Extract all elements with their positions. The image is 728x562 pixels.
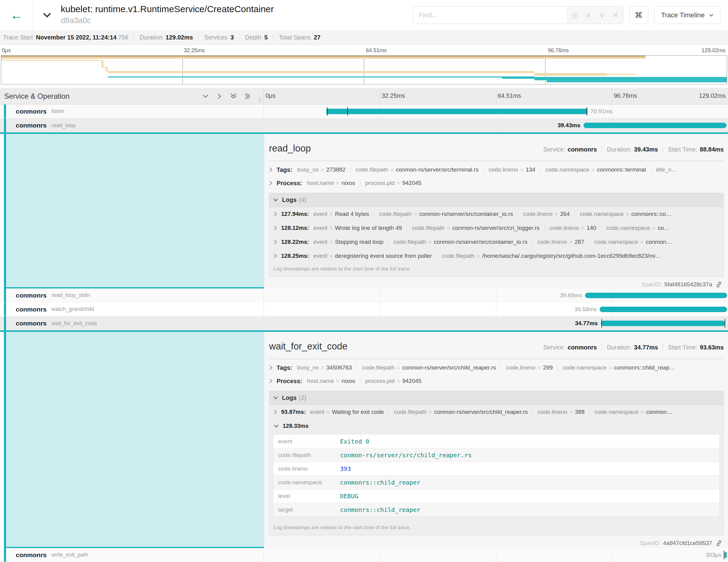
span-duration-bar[interactable] [600,307,727,312]
span-name-cell[interactable]: conmonrswatch_grandchild [0,302,264,316]
span-timeline-cell[interactable]: 70.91ms [264,104,728,118]
span-timeline-cell[interactable]: 34.77ms [264,316,728,330]
trace-start: Trace Start November 15 2022, 11:24:14 .… [3,34,128,41]
span-timeline-cell[interactable]: 303μs [264,548,728,562]
span-row-write_exit_path[interactable]: conmonrswrite_exit_path303μs [0,548,728,562]
log-entry[interactable]: 93.87ms:event=Waiting for exit codecode.… [269,405,723,419]
log-entry[interactable]: 128.12ms:event=Wrote log line of length … [269,221,723,235]
tags-row[interactable]: Tags:busy_ns=273882code.filepath=conmon-… [269,163,724,176]
process-row[interactable]: Process:host.name=nixosprocess.pid=94204… [269,176,724,190]
collapse-one-icon[interactable] [202,92,209,100]
field-value: Read 4 bytes [335,211,369,217]
prev-match-icon[interactable]: ∧ [586,11,591,19]
field-key: idle_n… [656,166,677,173]
span-row-watch_grandchild[interactable]: conmonrswatch_grandchild35.58ms [0,302,728,316]
kv-field: busy_ns=273882 [297,166,345,173]
field-value: deregistering event source from poller [335,253,432,259]
detail-divider [269,359,724,359]
span-duration-bar[interactable] [585,293,727,298]
expand-one-icon[interactable] [216,92,223,100]
log-field-value: conmon-rs/server/src/child_reaper.rs [340,451,471,459]
span-duration-bar[interactable] [601,321,725,326]
clear-find-icon[interactable]: ✕ [613,11,619,19]
detail-indent-fill [4,332,264,548]
kv-field: code.filepath=conmon-rs/server/src/cri_l… [407,225,539,231]
back-button[interactable]: ← [0,0,33,30]
log-entry[interactable]: 128.25ms:event=deregistering event sourc… [269,249,723,263]
find-input[interactable] [413,7,567,24]
process-row[interactable]: Process:host.name=nixosprocess.pid=94204… [269,374,724,388]
detail-meta-label: Duration: [607,344,631,351]
span-row-read_loop_stdin[interactable]: conmonrsread_loop_stdin39.69ms [0,288,728,302]
field-equals: = [329,239,333,245]
span-name-cell[interactable]: conmonrslisten [0,104,264,118]
collapse-trace-header-button[interactable] [33,0,61,30]
kv-field: code.namespace=conmon… [589,239,672,245]
next-match-icon[interactable]: ∨ [599,11,605,19]
span-name-cell[interactable]: conmonrswait_for_exit_code [0,316,264,330]
timeline-gridline [380,118,380,132]
log-entry[interactable]: 128.22ms:event=Stopping read loopcode.fi… [269,235,723,249]
log-field-row: targetconmonrs::child_reaper [273,503,719,516]
minimap-graph[interactable] [1,55,727,84]
span-duration-bar[interactable] [326,109,587,114]
field-key: event [313,239,327,245]
copy-link-icon[interactable] [715,540,723,547]
service-color-bar [4,134,6,287]
column-resizer-grip[interactable] [259,97,261,102]
kv-field: code.filepath=conmon-rs/server/src/child… [389,409,528,415]
field-key: code.namespace [595,409,639,415]
chevron-right-icon [269,378,273,384]
chevron-right-icon [269,167,273,172]
timeline-gridline [380,316,380,330]
logs-header[interactable]: Logs(2) [269,391,723,405]
collapse-all-icon[interactable] [230,92,237,100]
detail-indent-fill [4,134,264,288]
span-duration-bar[interactable] [725,552,727,558]
span-row-listen[interactable]: conmonrslisten70.91ms [0,104,728,118]
keyboard-shortcuts-button[interactable]: ⌘ [629,6,648,24]
service-color-bar [4,548,6,562]
trace-duration: Duration 129.02ms [134,34,193,41]
span-timeline-cell[interactable]: 39.43ms [264,118,728,132]
log-field-key: event [273,438,340,445]
minimap-span-segment [108,77,502,78]
kv-field: event=Read 4 bytes [313,211,369,217]
trace-view-selector[interactable]: Trace Timeline [654,6,721,24]
chevron-down-icon [43,12,52,18]
trace-services: Services 3 [199,34,234,41]
service-name: conmonrs [16,551,47,559]
field-key: code.lineno [549,225,579,231]
logs-header[interactable]: Logs(4) [269,193,723,207]
field-equals: = [640,239,644,245]
tags-row[interactable]: Tags:busy_ns=34506763code.filepath=conmo… [269,361,724,374]
service-name: conmonrs [16,122,47,129]
copy-link-icon[interactable] [715,281,723,288]
span-name-cell[interactable]: conmonrsread_loop_stdin [0,288,264,302]
match-target-icon[interactable]: ◎ [571,11,578,19]
span-duration-bar[interactable] [583,123,726,128]
detail-span-title: wait_for_exit_code [269,341,348,352]
operation-name: write_exit_path [52,552,88,558]
span-timeline-cell[interactable]: 35.58ms [264,302,728,316]
span-timeline-cell[interactable]: 39.69ms [264,288,728,302]
trace-titles: kubelet: runtime.v1.RuntimeService/Creat… [61,0,413,30]
logs-footnote: Log timestamps are relative to the start… [269,522,723,535]
expand-all-icon[interactable] [243,92,251,100]
span-name-cell[interactable]: conmonrsread_loop [0,118,264,132]
span-row-read_loop[interactable]: conmonrsread_loop39.43ms [0,118,728,134]
timeline-gridline [612,88,612,104]
kv-field: code.filepath=conmon-rs/server/src/conta… [374,211,513,217]
minimap-tick-label: 129.02ms [702,47,726,54]
duration-value: 129.02ms [165,34,193,41]
log-entry[interactable]: 127.94ms:event=Read 4 bytescode.filepath… [269,207,723,221]
span-name-cell[interactable]: conmonrswrite_exit_path [0,548,264,562]
log-field-row: code.filepathconmon-rs/server/src/child_… [273,448,719,462]
span-detail-wait_for_exit_code: wait_for_exit_codeService:conmonrsDurati… [0,332,728,548]
field-value: /home/sascha/.cargo/registry/src/github.… [482,253,661,259]
log-entry[interactable]: 128.33ms [269,419,723,433]
service-color-bar [4,288,6,302]
minimap-tick-labels: 0μs32.25ms64.51ms96.76ms129.02ms [0,45,728,55]
span-row-wait_for_exit_code[interactable]: conmonrswait_for_exit_code34.77ms [0,316,728,332]
field-value: 264 [560,211,570,217]
